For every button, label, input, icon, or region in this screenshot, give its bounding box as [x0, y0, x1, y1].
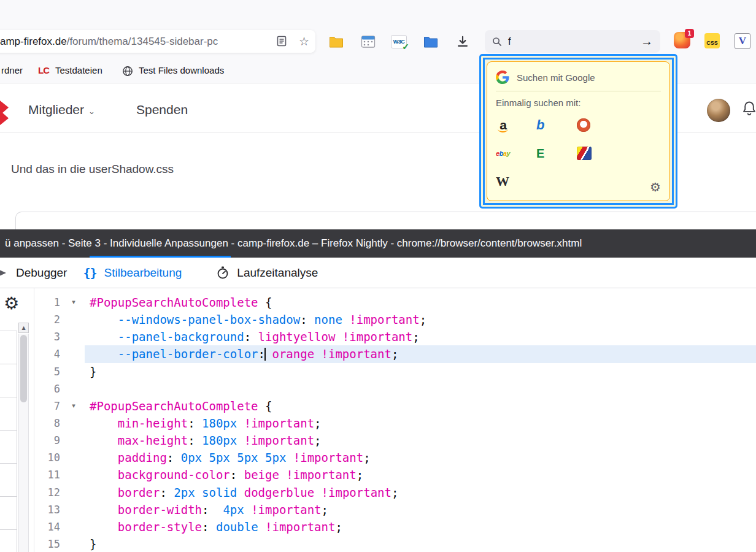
globe-icon: [122, 66, 133, 77]
url-path: /forum/thema/134545-sidebar-pc: [67, 36, 218, 47]
stopwatch-icon: [216, 266, 230, 280]
downloads-icon[interactable]: [454, 33, 471, 50]
lc-logo-icon[interactable]: LC: [36, 64, 52, 76]
tab-debugger[interactable]: Debugger: [0, 258, 67, 288]
addon-icon-badge[interactable]: 1: [674, 32, 690, 48]
code-line[interactable]: 12 border: 2px solid dodgerblue !importa…: [34, 484, 756, 501]
scrollbar-thumb[interactable]: [20, 335, 27, 402]
code-line[interactable]: 15}: [34, 535, 756, 552]
code-text: min-height: 180px !important;: [85, 415, 756, 432]
code-line[interactable]: 14 border-style: double !important;: [34, 518, 756, 535]
bookmark-item-testdateien[interactable]: Testdateien: [55, 65, 102, 75]
w3c-box: W3C ✓: [391, 35, 407, 48]
code-line[interactable]: 8 min-height: 180px !important;: [34, 415, 756, 432]
code-line[interactable]: 3 --panel-background: lightyellow !impor…: [34, 328, 756, 345]
notification-bell-icon[interactable]: [741, 100, 756, 117]
code-text: #PopupSearchAutoComplete {: [85, 397, 756, 415]
braces-icon: {}: [83, 266, 96, 280]
site-logo-fragment: [0, 101, 9, 125]
bing-icon[interactable]: b: [536, 118, 577, 132]
folder-yellow-icon[interactable]: [328, 33, 345, 50]
code-line[interactable]: 10 padding: 0px 5px 5px 5px !important;: [34, 449, 756, 466]
url-bar[interactable]: amp-firefox.de/forum/thema/134545-sideba…: [0, 30, 315, 53]
code-line[interactable]: 11 background-color: beige !important;: [34, 466, 756, 483]
engine-grid: abebayEW: [496, 118, 661, 189]
line-number: 11: [34, 466, 63, 483]
ecosia-icon[interactable]: E: [536, 146, 577, 161]
popup-divider: [496, 91, 661, 91]
code-text: border: 2px solid dodgerblue !important;: [85, 484, 756, 501]
bookmark-item-test-files[interactable]: Test Files downloads: [139, 65, 224, 75]
code-text: }: [85, 535, 756, 552]
code-line[interactable]: 2 --windows-panel-box-shadow: none !impo…: [34, 311, 756, 328]
avatar[interactable]: [707, 99, 730, 122]
tab-styleeditor-label: Stilbearbeitung: [104, 266, 182, 280]
nav-item-mitglieder[interactable]: Mitglieder⌄: [28, 102, 95, 117]
line-number: 3: [34, 328, 63, 345]
folder-blue-icon[interactable]: [422, 33, 439, 50]
search-input[interactable]: f: [508, 36, 641, 47]
search-settings-gear-icon[interactable]: ⚙: [650, 181, 661, 193]
bookmark-star-icon[interactable]: ☆: [299, 35, 309, 48]
sidebar-scrollbar[interactable]: [18, 334, 29, 552]
code-text: background-color: beige !important;: [85, 466, 756, 483]
post-text: Und das in die userShadow.css: [11, 163, 174, 176]
stylesheet-list-item[interactable]: [0, 496, 17, 530]
line-number: 13: [34, 501, 63, 518]
tab-styleeditor[interactable]: {} Stilbearbeitung: [83, 258, 182, 288]
leo-icon[interactable]: [577, 146, 617, 161]
line-number: 7: [34, 397, 63, 415]
stylesheet-list-item[interactable]: [0, 430, 17, 464]
fold-gutter: [63, 328, 85, 345]
leo-icon: [577, 147, 592, 160]
nav-item-spenden[interactable]: Spenden: [136, 102, 188, 117]
v-addon-icon[interactable]: V: [735, 33, 750, 49]
ebay-icon[interactable]: ebay: [496, 146, 536, 161]
w3c-validator-icon[interactable]: W3C ✓: [390, 33, 407, 50]
code-editor[interactable]: 1▾#PopupSearchAutoComplete {2 --windows-…: [34, 288, 756, 552]
css-addon-icon[interactable]: CSS: [704, 33, 720, 48]
amazon-icon[interactable]: a: [496, 118, 536, 132]
fold-arrow-icon[interactable]: ▾: [63, 294, 85, 311]
stylesheet-list-item[interactable]: [0, 397, 17, 431]
fold-gutter: [63, 415, 85, 432]
stylesheet-list-item[interactable]: [0, 364, 17, 397]
css-addon-label: CSS: [706, 40, 718, 46]
code-line[interactable]: 9 max-height: 180px !important;: [34, 432, 756, 449]
duckduckgo-icon[interactable]: [577, 118, 617, 132]
w3c-check-icon: ✓: [402, 42, 409, 52]
tab-performance[interactable]: Laufzeitanalyse: [216, 258, 318, 288]
wikipedia-icon[interactable]: W: [496, 174, 536, 189]
code-line[interactable]: 7▾#PopupSearchAutoComplete {: [34, 397, 756, 415]
session-manager-icon[interactable]: [360, 33, 377, 50]
search-with-google-label: Suchen mit Google: [517, 72, 595, 83]
reader-mode-icon[interactable]: [276, 35, 287, 47]
ecosia-icon: E: [536, 147, 544, 161]
amazon-icon: a: [496, 118, 511, 132]
fold-gutter: [63, 518, 85, 535]
search-bar[interactable]: f →: [485, 30, 660, 53]
code-line[interactable]: 5}: [34, 363, 756, 380]
fold-gutter: [63, 345, 85, 362]
chevron-down-icon: ⌄: [88, 107, 95, 116]
devtools-tabbar: Debugger {} Stilbearbeitung Laufzeitanal…: [0, 258, 756, 288]
code-line[interactable]: 6: [34, 380, 756, 397]
code-text: --panel-border-color: orange !important;: [85, 345, 756, 362]
bookmark-item-ordner[interactable]: rdner: [1, 65, 23, 75]
stylesheet-list-item[interactable]: [0, 331, 17, 364]
scroll-up-button[interactable]: ▲: [18, 323, 29, 333]
code-line[interactable]: 4 --panel-border-color: orange !importan…: [34, 345, 756, 362]
stylesheet-list-item[interactable]: [0, 463, 17, 497]
styleeditor-options-gear-icon[interactable]: ⚙: [4, 294, 19, 313]
fold-arrow-icon[interactable]: ▾: [63, 397, 85, 415]
search-autocomplete-popup: Suchen mit Google Einmalig suchen mit: a…: [479, 54, 677, 209]
code-line[interactable]: 13 border-width: 4px !important;: [34, 501, 756, 518]
styleeditor-sidebar: ⚙ ▲: [0, 288, 34, 552]
tab-debugger-label: Debugger: [16, 266, 67, 280]
search-go-arrow[interactable]: →: [641, 34, 653, 48]
code-line[interactable]: 1▾#PopupSearchAutoComplete {: [34, 294, 756, 311]
v-addon-label: V: [739, 35, 746, 47]
stylesheet-list-item[interactable]: [0, 529, 17, 552]
search-with-google-row[interactable]: Suchen mit Google: [496, 68, 661, 86]
code-text: padding: 0px 5px 5px 5px !important;: [85, 449, 756, 466]
